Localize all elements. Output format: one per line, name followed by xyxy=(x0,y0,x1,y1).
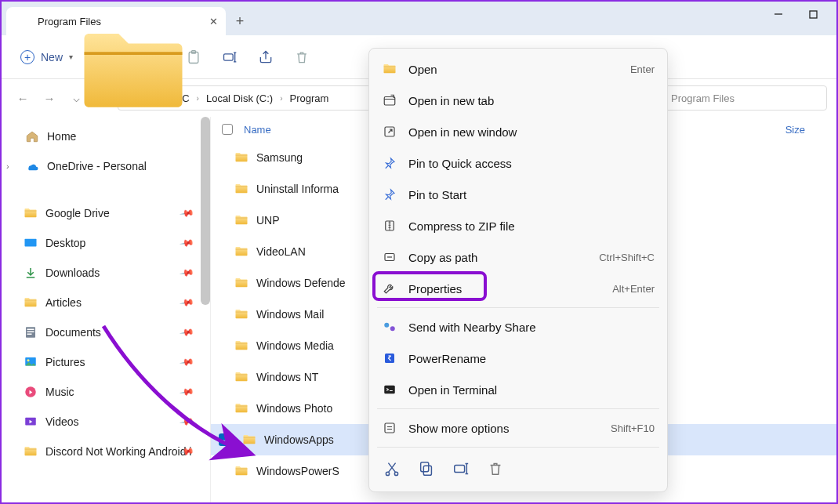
context-label: Pin to Start xyxy=(408,188,466,201)
context-item-copy-as-path[interactable]: Copy as pathCtrl+Shift+C xyxy=(369,241,667,273)
search-input[interactable]: Program Files xyxy=(664,85,827,111)
row-checkbox[interactable]: ✓ xyxy=(219,433,231,446)
context-label: PowerRename xyxy=(408,352,486,365)
share-button[interactable] xyxy=(248,43,284,71)
context-label: Copy as path xyxy=(408,251,477,264)
tab-close-icon[interactable]: ✕ xyxy=(209,16,218,27)
terminal-icon xyxy=(382,382,397,397)
pin-icon: 📌 xyxy=(179,205,194,221)
context-label: Open in new window xyxy=(408,125,517,139)
sidebar-item-label: Articles xyxy=(45,296,82,309)
home-icon xyxy=(25,129,39,143)
sidebar-item[interactable]: Documents📌 xyxy=(2,317,210,347)
context-item-open[interactable]: OpenEnter xyxy=(369,53,667,85)
sidebar-item-icon xyxy=(24,236,38,250)
file-name: VideoLAN xyxy=(256,245,306,258)
sidebar-label: OneDrive - Personal xyxy=(47,160,147,172)
sidebar-item-label: Pictures xyxy=(45,356,85,368)
sidebar-item[interactable]: Google Drive📌 xyxy=(2,198,210,228)
context-shortcut: Alt+Enter xyxy=(612,283,655,295)
sidebar-item[interactable]: Articles📌 xyxy=(2,288,210,317)
minimize-button[interactable] xyxy=(761,2,796,27)
newwin-icon xyxy=(382,124,397,140)
sidebar-item[interactable]: Pictures📌 xyxy=(2,347,210,377)
context-item-pin-to-start[interactable]: Pin to Start xyxy=(369,179,667,210)
file-name: WindowsPowerS xyxy=(256,465,339,477)
delete-icon[interactable] xyxy=(487,460,504,477)
copy-icon[interactable] xyxy=(418,460,435,477)
rename-icon[interactable] xyxy=(452,460,470,477)
sidebar-item-label: Documents xyxy=(45,326,101,339)
file-name: Windows NT xyxy=(256,371,318,383)
titlebar: Program Files ✕ + xyxy=(2,2,836,35)
copypath-icon xyxy=(382,249,397,265)
context-label: Compress to ZIP file xyxy=(408,219,515,233)
context-label: Open xyxy=(408,63,437,76)
folder-icon xyxy=(234,464,248,478)
chevron-right-icon: › xyxy=(277,94,285,103)
chevron-right-icon[interactable]: › xyxy=(6,161,9,171)
context-label: Send with Nearby Share xyxy=(408,321,536,334)
sidebar-item[interactable]: Discord Not Working Android i📌 xyxy=(2,437,210,466)
sidebar-item-icon xyxy=(24,266,38,280)
context-label: Open in Terminal xyxy=(408,383,497,397)
sidebar-item-label: Google Drive xyxy=(45,207,110,219)
sidebar-item-icon xyxy=(24,385,38,399)
context-item-powerrename[interactable]: PowerRename xyxy=(369,343,667,374)
file-name: UNP xyxy=(256,214,280,227)
zip-icon xyxy=(382,218,397,234)
sidebar-item[interactable]: Desktop📌 xyxy=(2,228,210,258)
share-icon xyxy=(382,319,397,335)
delete-button[interactable] xyxy=(284,43,320,71)
open-icon xyxy=(382,61,397,77)
pin-icon xyxy=(382,155,397,171)
column-size[interactable]: Size xyxy=(785,124,805,136)
folder-icon xyxy=(234,339,248,353)
context-item-properties[interactable]: PropertiesAlt+Enter xyxy=(369,273,667,304)
sidebar-home[interactable]: Home xyxy=(2,121,210,151)
folder-icon xyxy=(234,370,248,384)
context-shortcut: Shift+F10 xyxy=(611,422,655,434)
sidebar: Home › OneDrive - Personal Google Drive📌… xyxy=(2,117,210,502)
tab-title: Program Files xyxy=(38,16,101,27)
context-show-more[interactable]: Show more options Shift+F10 xyxy=(369,412,667,444)
pin-icon: 📌 xyxy=(179,414,194,430)
context-item-open-in-new-window[interactable]: Open in new window xyxy=(369,116,667,147)
sidebar-item-label: Videos xyxy=(45,415,79,428)
folder-icon xyxy=(234,150,248,165)
folder-icon xyxy=(234,401,248,415)
context-item-pin-to-quick-access[interactable]: Pin to Quick access xyxy=(369,147,667,179)
onedrive-icon xyxy=(25,159,39,173)
context-label: Properties xyxy=(408,282,462,296)
context-item-compress-to-zip-file[interactable]: Compress to ZIP file xyxy=(369,210,667,241)
breadcrumb-segment[interactable]: Program xyxy=(289,91,330,106)
tab-active[interactable]: Program Files ✕ xyxy=(6,7,226,35)
maximize-button[interactable] xyxy=(796,2,830,27)
pin-icon: 📌 xyxy=(179,384,194,400)
context-item-open-in-new-tab[interactable]: Open in new tab xyxy=(369,85,667,116)
file-name: Windows Photo xyxy=(256,402,332,415)
context-menu: OpenEnterOpen in new tabOpen in new wind… xyxy=(368,48,668,492)
sidebar-item-label: Desktop xyxy=(45,237,85,249)
separator xyxy=(377,307,659,308)
column-name[interactable]: Name xyxy=(244,124,271,136)
separator xyxy=(377,408,659,409)
context-item-open-in-terminal[interactable]: Open in Terminal xyxy=(369,374,667,405)
svg-rect-17 xyxy=(25,239,37,247)
pin-icon: 📌 xyxy=(179,354,194,370)
sidebar-item-icon xyxy=(24,206,38,220)
sidebar-item[interactable]: Videos📌 xyxy=(2,407,210,437)
sidebar-item[interactable]: Music📌 xyxy=(2,377,210,407)
context-item-send-with-nearby-share[interactable]: Send with Nearby Share xyxy=(369,311,667,343)
select-all-checkbox[interactable] xyxy=(222,124,233,135)
folder-icon xyxy=(16,14,30,28)
sidebar-item[interactable]: Downloads📌 xyxy=(2,258,210,288)
folder-icon xyxy=(234,245,248,259)
context-shortcut: Ctrl+Shift+C xyxy=(599,252,655,263)
svg-point-23 xyxy=(27,359,30,361)
file-name: Uninstall Informa xyxy=(256,183,339,195)
context-shortcut: Enter xyxy=(630,63,655,75)
cut-icon[interactable] xyxy=(383,460,401,477)
sidebar-onedrive[interactable]: › OneDrive - Personal xyxy=(2,151,210,181)
pin-icon: 📌 xyxy=(179,235,194,251)
